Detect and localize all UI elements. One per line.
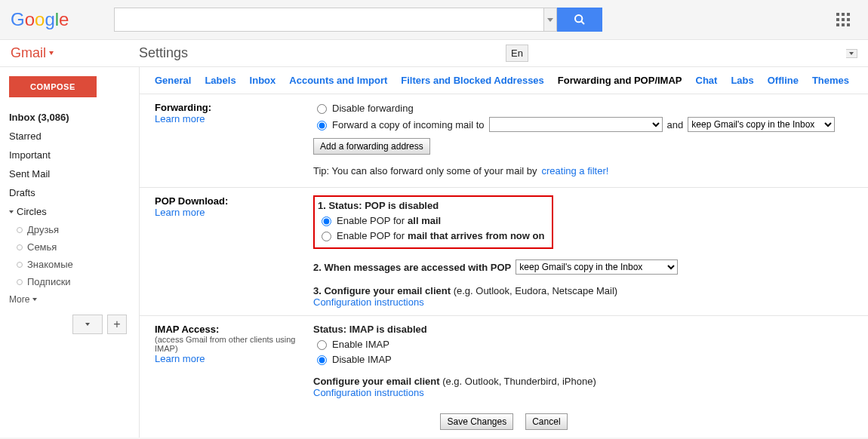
imap-status-value: IMAP is disabled bbox=[349, 324, 427, 335]
tab-inbox[interactable]: Inbox bbox=[250, 75, 276, 86]
radio-input[interactable] bbox=[322, 232, 331, 241]
search-options-dropdown[interactable] bbox=[544, 8, 557, 32]
radio-label: Enable IMAP bbox=[332, 339, 389, 350]
forward-action-select[interactable]: keep Gmail's copy in the Inbox bbox=[688, 117, 835, 132]
language-button[interactable]: En bbox=[506, 45, 528, 62]
logo-letter: e bbox=[59, 9, 69, 30]
radio-label: Enable POP for bbox=[337, 215, 405, 226]
enable-imap-radio[interactable]: Enable IMAP bbox=[313, 338, 389, 350]
forward-to-select[interactable] bbox=[489, 117, 663, 132]
sidebar-circle-item[interactable]: Друзья bbox=[9, 221, 139, 238]
section-label: POP Download: Learn more bbox=[155, 195, 313, 308]
google-logo[interactable]: G o o g l e bbox=[11, 9, 69, 30]
create-filter-link[interactable]: creating a filter! bbox=[542, 165, 609, 177]
sidebar-item-circles[interactable]: Circles bbox=[9, 202, 47, 221]
tab-chat[interactable]: Chat bbox=[696, 75, 718, 86]
tab-labels[interactable]: Labels bbox=[205, 75, 235, 86]
sidebar-item-sent[interactable]: Sent Mail bbox=[9, 164, 139, 183]
logo-letter: o bbox=[25, 9, 35, 30]
add-forwarding-address-button[interactable]: Add a forwarding address bbox=[313, 138, 430, 155]
language-dropdown[interactable] bbox=[846, 49, 857, 58]
sidebar: COMPOSE Inbox (3,086) Starred Important … bbox=[0, 67, 139, 437]
radio-label-bold: all mail bbox=[408, 215, 441, 226]
learn-more-link[interactable]: Learn more bbox=[155, 353, 205, 364]
pop-line2: 2. When messages are accessed with POP bbox=[313, 262, 511, 273]
sidebar-item-drafts[interactable]: Drafts bbox=[9, 183, 139, 202]
section-label: Forwarding: Learn more bbox=[155, 102, 313, 180]
tab-general[interactable]: General bbox=[155, 75, 191, 86]
radio-input[interactable] bbox=[317, 355, 327, 365]
imap-subtitle: (access Gmail from other clients using I… bbox=[155, 335, 313, 353]
pop-status-prefix: 1. Status: bbox=[318, 200, 365, 211]
sidebar-footer-buttons: + bbox=[9, 315, 139, 334]
forward-copy-radio[interactable]: Forward a copy of incoming mail to bbox=[313, 118, 485, 130]
sidebar-add-button[interactable]: + bbox=[107, 315, 127, 334]
plus-icon: + bbox=[113, 318, 120, 331]
circle-bullet-icon bbox=[17, 227, 23, 233]
more-label: More bbox=[9, 294, 29, 305]
radio-input[interactable] bbox=[317, 340, 327, 350]
radio-input[interactable] bbox=[317, 104, 327, 114]
radio-input[interactable] bbox=[317, 121, 327, 130]
gmail-product-menu[interactable]: Gmail bbox=[11, 45, 139, 61]
logo-letter: o bbox=[35, 9, 45, 30]
search-icon bbox=[574, 14, 586, 26]
tab-themes[interactable]: Themes bbox=[812, 75, 849, 86]
tab-forwarding-pop-imap[interactable]: Forwarding and POP/IMAP bbox=[558, 75, 682, 86]
apps-grid-icon[interactable] bbox=[836, 13, 850, 26]
tab-accounts[interactable]: Accounts and Import bbox=[289, 75, 387, 86]
main-area: COMPOSE Inbox (3,086) Starred Important … bbox=[0, 67, 868, 437]
save-cancel-row: Save Changes Cancel bbox=[140, 406, 868, 437]
imap-title: IMAP Access: bbox=[155, 324, 313, 335]
enable-pop-all-radio[interactable]: Enable POP for all mail bbox=[318, 214, 441, 226]
imap-config-link[interactable]: Configuration instructions bbox=[313, 387, 424, 398]
enable-pop-new-radio[interactable]: Enable POP for mail that arrives from no… bbox=[318, 229, 544, 241]
and-text: and bbox=[667, 119, 684, 130]
top-bar: G o o g l e bbox=[0, 0, 868, 39]
save-changes-button[interactable]: Save Changes bbox=[440, 413, 513, 430]
sidebar-item-inbox[interactable]: Inbox (3,086) bbox=[9, 108, 139, 127]
sidebar-circle-item[interactable]: Семья bbox=[9, 238, 139, 256]
circle-label: Семья bbox=[27, 241, 57, 253]
imap-body: Status: IMAP is disabled Enable IMAP Dis… bbox=[313, 324, 853, 398]
section-label: IMAP Access: (access Gmail from other cl… bbox=[155, 324, 313, 398]
pop-line3-suf: (e.g. Outlook, Eudora, Netscape Mail) bbox=[454, 285, 618, 296]
sidebar-item-starred[interactable]: Starred bbox=[9, 127, 139, 146]
sidebar-circle-item[interactable]: Подписки bbox=[9, 273, 139, 290]
pop-download-section: POP Download: Learn more 1. Status: POP … bbox=[140, 188, 868, 316]
pop-action-select[interactable]: keep Gmail's copy in the Inbox bbox=[516, 259, 678, 275]
sidebar-item-important[interactable]: Important bbox=[9, 146, 139, 164]
tab-filters[interactable]: Filters and Blocked Addresses bbox=[401, 75, 544, 86]
sub-header: Gmail Settings En bbox=[0, 39, 868, 67]
search-input[interactable] bbox=[114, 8, 544, 32]
caret-down-icon bbox=[32, 298, 37, 301]
compose-button[interactable]: COMPOSE bbox=[9, 76, 97, 97]
circle-label: Подписки bbox=[27, 276, 71, 287]
tab-offline[interactable]: Offline bbox=[768, 75, 799, 86]
disable-imap-radio[interactable]: Disable IMAP bbox=[313, 353, 392, 365]
search-button[interactable] bbox=[557, 8, 602, 32]
svg-line-1 bbox=[581, 21, 584, 24]
radio-input[interactable] bbox=[322, 216, 331, 226]
tip-text: Tip: You can also forward only some of y… bbox=[313, 165, 537, 177]
logo-letter: G bbox=[11, 9, 25, 30]
learn-more-link[interactable]: Learn more bbox=[155, 113, 205, 124]
learn-more-link[interactable]: Learn more bbox=[155, 207, 205, 218]
cancel-button[interactable]: Cancel bbox=[525, 413, 567, 430]
pop-config-link[interactable]: Configuration instructions bbox=[313, 296, 424, 308]
sidebar-circle-item[interactable]: Знакомые bbox=[9, 256, 139, 273]
settings-content: General Labels Inbox Accounts and Import… bbox=[139, 67, 868, 437]
caret-down-icon bbox=[9, 210, 14, 213]
language-label: En bbox=[511, 48, 523, 59]
forwarding-body: Disable forwarding Forward a copy of inc… bbox=[313, 102, 853, 180]
tab-labs[interactable]: Labs bbox=[731, 75, 753, 86]
sidebar-item-more[interactable]: More bbox=[9, 290, 37, 309]
logo-letter: g bbox=[45, 9, 54, 30]
circle-bullet-icon bbox=[17, 262, 23, 268]
forwarding-section: Forwarding: Learn more Disable forwardin… bbox=[140, 94, 868, 188]
caret-down-icon bbox=[547, 18, 553, 22]
disable-forwarding-radio[interactable]: Disable forwarding bbox=[313, 102, 414, 114]
forwarding-title: Forwarding: bbox=[155, 102, 313, 113]
circles-label: Circles bbox=[17, 206, 47, 217]
sidebar-dropdown-button[interactable] bbox=[72, 315, 103, 334]
